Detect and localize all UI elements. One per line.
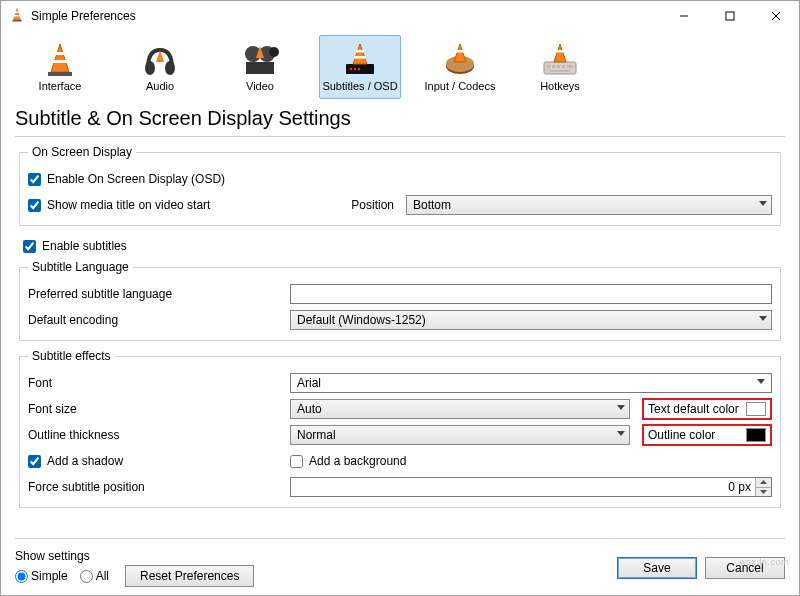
spin-down-button[interactable]: [755, 487, 771, 497]
show-title-input[interactable]: [28, 199, 41, 212]
svg-rect-30: [456, 50, 464, 53]
tab-label: Video: [246, 80, 274, 92]
divider: [15, 538, 785, 539]
divider: [15, 136, 785, 137]
show-title-checkbox[interactable]: Show media title on video start: [28, 198, 290, 212]
encoding-value: Default (Windows-1252): [297, 313, 426, 327]
enable-subtitles-label: Enable subtitles: [42, 239, 127, 253]
show-settings-label: Show settings: [15, 549, 254, 563]
tab-label: Input / Codecs: [425, 80, 496, 92]
svg-rect-3: [13, 20, 22, 22]
tab-label: Audio: [146, 80, 174, 92]
encoding-select[interactable]: Default (Windows-1252): [290, 310, 772, 330]
svg-point-12: [145, 61, 155, 75]
svg-point-21: [350, 68, 352, 70]
add-shadow-input[interactable]: [28, 455, 41, 468]
osd-legend: On Screen Display: [28, 145, 136, 159]
outline-color-button[interactable]: [746, 428, 766, 442]
outline-color-label: Outline color: [648, 428, 715, 442]
chevron-down-icon: [759, 316, 767, 321]
close-button[interactable]: [753, 1, 799, 31]
text-color-button[interactable]: [746, 402, 766, 416]
enable-osd-label: Enable On Screen Display (OSD): [47, 172, 225, 186]
outline-thickness-value: Normal: [297, 428, 336, 442]
pref-lang-label: Preferred subtitle language: [28, 287, 172, 301]
save-button[interactable]: Save: [617, 557, 697, 579]
chevron-down-icon: [617, 431, 625, 436]
tab-input-codecs[interactable]: Input / Codecs: [419, 35, 501, 99]
text-color-row: Text default color: [642, 398, 772, 420]
tab-interface[interactable]: Interface: [19, 35, 101, 99]
spin-up-button[interactable]: [755, 478, 771, 487]
footer: Show settings Simple All Reset Preferenc…: [1, 545, 799, 595]
force-pos-label: Force subtitle position: [28, 480, 145, 494]
outline-thickness-select[interactable]: Normal: [290, 425, 630, 445]
tab-label: Hotkeys: [540, 80, 580, 92]
enable-osd-checkbox[interactable]: Enable On Screen Display (OSD): [28, 172, 225, 186]
category-tabs: Interface Audio Video Subtitles / OSD In…: [1, 31, 799, 101]
svg-marker-29: [454, 44, 466, 62]
svg-marker-24: [353, 44, 367, 64]
simple-radio-input[interactable]: [15, 570, 28, 583]
osd-group: On Screen Display Enable On Screen Displ…: [19, 145, 781, 226]
page-title: Subtitle & On Screen Display Settings: [15, 107, 785, 130]
outline-color-row: Outline color: [642, 424, 772, 446]
vlc-icon: [9, 7, 25, 26]
show-title-label: Show media title on video start: [47, 198, 210, 212]
tab-label: Interface: [39, 80, 82, 92]
svg-marker-38: [554, 44, 566, 62]
encoding-label: Default encoding: [28, 313, 118, 327]
tab-subtitles-osd[interactable]: Subtitles / OSD: [319, 35, 401, 99]
position-value: Bottom: [413, 198, 451, 212]
chevron-down-icon: [757, 379, 765, 384]
pref-lang-input[interactable]: [290, 284, 772, 304]
svg-rect-11: [48, 72, 72, 76]
add-background-checkbox[interactable]: Add a background: [290, 454, 406, 468]
enable-subtitles-input[interactable]: [23, 240, 36, 253]
add-background-input[interactable]: [290, 455, 303, 468]
font-label: Font: [28, 376, 52, 390]
show-settings-all-radio[interactable]: All: [80, 569, 109, 583]
svg-marker-8: [51, 44, 69, 72]
add-background-label: Add a background: [309, 454, 406, 468]
svg-rect-34: [557, 65, 560, 68]
outline-thickness-label: Outline thickness: [28, 428, 119, 442]
enable-subtitles-checkbox[interactable]: Enable subtitles: [23, 239, 127, 253]
add-shadow-label: Add a shadow: [47, 454, 123, 468]
svg-point-18: [269, 47, 279, 57]
font-size-value: Auto: [297, 402, 322, 416]
tab-audio[interactable]: Audio: [119, 35, 201, 99]
svg-rect-33: [552, 65, 555, 68]
text-color-label: Text default color: [648, 402, 739, 416]
reset-preferences-button[interactable]: Reset Preferences: [125, 565, 254, 587]
svg-point-13: [165, 61, 175, 75]
window-title: Simple Preferences: [31, 9, 661, 23]
svg-rect-35: [562, 65, 565, 68]
force-pos-input[interactable]: [290, 477, 772, 497]
add-shadow-checkbox[interactable]: Add a shadow: [28, 454, 123, 468]
svg-rect-37: [550, 70, 570, 72]
simple-radio-label: Simple: [31, 569, 68, 583]
tab-video[interactable]: Video: [219, 35, 301, 99]
font-select[interactable]: Arial: [290, 373, 772, 393]
svg-marker-0: [14, 8, 21, 20]
all-radio-input[interactable]: [80, 570, 93, 583]
titlebar: Simple Preferences: [1, 1, 799, 31]
svg-rect-1: [15, 11, 19, 13]
subtitle-language-legend: Subtitle Language: [28, 260, 133, 274]
position-label: Position: [290, 198, 400, 212]
subtitle-language-group: Subtitle Language Preferred subtitle lan…: [19, 260, 781, 341]
svg-rect-2: [14, 15, 20, 17]
svg-rect-9: [55, 52, 65, 55]
all-radio-label: All: [96, 569, 109, 583]
enable-osd-input[interactable]: [28, 173, 41, 186]
tab-hotkeys[interactable]: Hotkeys: [519, 35, 601, 99]
font-value: Arial: [297, 376, 321, 390]
subtitle-effects-group: Subtitle effects Font Arial Font size Au…: [19, 349, 781, 508]
maximize-button[interactable]: [707, 1, 753, 31]
font-size-select[interactable]: Auto: [290, 399, 630, 419]
minimize-button[interactable]: [661, 1, 707, 31]
position-select[interactable]: Bottom: [406, 195, 772, 215]
chevron-down-icon: [759, 201, 767, 206]
show-settings-simple-radio[interactable]: Simple: [15, 569, 68, 583]
